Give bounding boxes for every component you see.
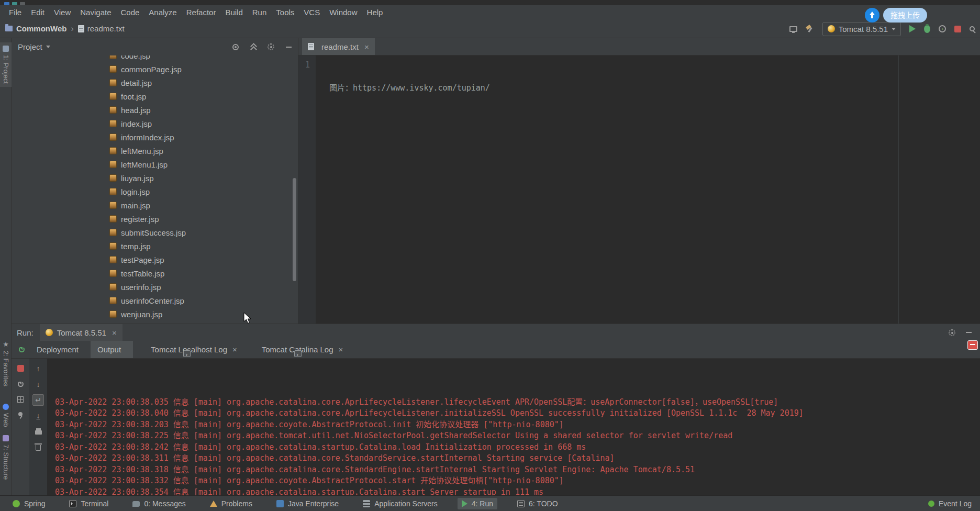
editor-body[interactable]: 1 图片：https://www.ivsky.com/tupian/ [298, 55, 980, 324]
editor-line[interactable]: 图片：https://www.ivsky.com/tupian/ [329, 82, 980, 94]
console-tab[interactable]: Deployment [30, 341, 91, 358]
run-config-selector[interactable]: Tomcat 8.5.51 [822, 22, 901, 36]
tool-button-structure[interactable]: 7: Structure [0, 432, 12, 483]
hide-panel-icon[interactable] [966, 332, 972, 333]
project-scrollbar[interactable] [293, 178, 296, 281]
soft-wrap-icon[interactable]: ↵ [32, 394, 44, 406]
tree-item[interactable]: userinfoCenter.jsp [12, 294, 298, 307]
settings-gear-icon[interactable] [949, 329, 955, 336]
upload-label[interactable]: 拖拽上传 [883, 8, 927, 23]
run-button[interactable] [909, 25, 916, 32]
cloud-upload-icon[interactable] [865, 8, 879, 23]
menu-item[interactable]: Tools [271, 6, 299, 19]
menu-item[interactable]: Help [362, 6, 388, 19]
statusbar-item[interactable]: Spring [8, 498, 49, 509]
tool-button-favorites[interactable]: ★ 2: Favorites [0, 338, 12, 390]
tree-item[interactable]: detail.jsp [12, 76, 298, 90]
tree-item[interactable]: liuyan.jsp [12, 171, 298, 185]
jsp-file-icon [109, 161, 117, 168]
stop-button[interactable] [954, 26, 961, 32]
statusbar-item[interactable]: Terminal [65, 498, 113, 509]
tree-item[interactable]: temp.jsp [12, 239, 298, 253]
tree-item[interactable]: submitSuccess.jsp [12, 226, 298, 239]
locate-file-icon[interactable] [232, 44, 239, 50]
menu-item[interactable]: Run [248, 6, 272, 19]
print-icon[interactable] [35, 430, 42, 435]
scroll-to-end-icon[interactable]: ↓ [32, 410, 44, 421]
close-icon[interactable]: × [232, 346, 237, 353]
pin-tab-icon[interactable] [18, 412, 23, 416]
statusbar-item[interactable]: Java Enterprise [272, 498, 343, 509]
debug-button[interactable] [924, 25, 930, 33]
close-icon[interactable]: × [364, 43, 369, 51]
console-tab[interactable]: Tomcat Localhost Log × [133, 341, 244, 358]
down-stack-trace-icon[interactable]: ↓ [32, 379, 44, 390]
tree-item[interactable]: leftMenu.jsp [12, 144, 298, 158]
profiler-button[interactable] [939, 25, 946, 32]
hide-panel-icon[interactable] [286, 47, 292, 48]
tree-item[interactable]: informIndex.jsp [12, 130, 298, 144]
statusbar-item[interactable]: Application Servers [359, 498, 442, 509]
menu-item[interactable]: File [4, 6, 26, 19]
menu-item[interactable]: Window [325, 6, 362, 19]
run-tab-tomcat[interactable]: Tomcat 8.5.51 × [40, 324, 122, 341]
tree-item[interactable]: commonPage.jsp [12, 62, 298, 76]
up-stack-trace-icon[interactable]: ↑ [32, 363, 44, 374]
close-icon[interactable]: × [112, 329, 117, 337]
menu-item[interactable]: Build [220, 6, 247, 19]
tree-item[interactable]: leftMenu1.jsp [12, 158, 298, 171]
menu-item[interactable]: Edit [26, 6, 49, 19]
statusbar-item[interactable]: Problems [206, 498, 257, 509]
rerun-icon[interactable] [19, 347, 25, 352]
statusbar-item[interactable]: 0: Messages [128, 498, 190, 509]
editor-tab-readme[interactable]: readme.txt × [302, 38, 375, 55]
tree-item[interactable]: code.jsp [12, 55, 298, 62]
tree-item[interactable]: userinfo.jsp [12, 280, 298, 294]
statusbar-item[interactable]: 4: Run [458, 498, 497, 509]
tree-item[interactable]: main.jsp [12, 198, 298, 212]
jsp-file-icon [109, 106, 117, 114]
tree-item[interactable]: testPage.jsp [12, 253, 298, 266]
close-icon[interactable]: × [339, 346, 343, 353]
menu-item[interactable]: VCS [299, 6, 325, 19]
tool-button-project[interactable]: 1: Project [0, 42, 12, 87]
event-log-button[interactable]: Event Log [928, 499, 972, 508]
menu-item[interactable]: Code [116, 6, 144, 19]
editor-content[interactable]: 图片：https://www.ivsky.com/tupian/ [316, 55, 980, 324]
search-icon[interactable] [970, 26, 975, 31]
tree-item[interactable]: register.jsp [12, 212, 298, 226]
project-panel-title: Project [18, 42, 42, 51]
menu-item[interactable]: Analyze [144, 6, 181, 19]
log-line-text: 03-Apr-2022 23:00:38.332 信息 [main] org.a… [55, 476, 564, 485]
editor-tab-label: readme.txt [321, 42, 359, 51]
settings-gear-icon[interactable] [268, 43, 274, 50]
tree-item[interactable]: index.jsp [12, 117, 298, 130]
menu-item[interactable]: Refactor [182, 6, 221, 19]
upload-overlay[interactable]: 拖拽上传 [865, 8, 927, 23]
tree-item[interactable]: login.jsp [12, 185, 298, 198]
project-view-selector[interactable]: Project [18, 42, 50, 51]
tree-item[interactable]: head.jsp [12, 103, 298, 117]
menu-item[interactable]: Navigate [75, 6, 116, 19]
breadcrumb-project[interactable]: CommonWeb [16, 24, 66, 33]
clear-all-icon[interactable] [36, 445, 41, 451]
console-tab[interactable]: Output [91, 341, 133, 358]
statusbar-item[interactable]: 6: TODO [513, 498, 562, 509]
stop-icon[interactable] [17, 365, 24, 372]
tree-item[interactable]: foot.jsp [12, 90, 298, 103]
menu-item[interactable]: View [49, 6, 75, 19]
console-output[interactable]: 03-Apr-2022 23:00:38.035 信息 [main] org.a… [55, 363, 980, 495]
console-tab[interactable]: Tomcat Catalina Log × [244, 341, 350, 358]
deployment-view-icon[interactable] [17, 396, 24, 403]
restart-server-icon[interactable] [18, 381, 24, 387]
tool-button-web[interactable]: Web [0, 401, 12, 430]
build-hammer-icon[interactable] [806, 25, 814, 33]
tree-item-label: temp.jsp [121, 242, 151, 251]
open-in-browser-icon[interactable] [789, 26, 797, 32]
collapse-all-icon[interactable] [250, 43, 256, 50]
floating-overlay-badge[interactable] [967, 340, 978, 350]
tree-item[interactable]: wenjuan.jsp [12, 307, 298, 321]
breadcrumb-file[interactable]: readme.txt [87, 24, 125, 33]
menu-bar: FileEditViewNavigateCodeAnalyzeRefactorB… [0, 5, 980, 19]
tree-item[interactable]: testTable.jsp [12, 266, 298, 280]
